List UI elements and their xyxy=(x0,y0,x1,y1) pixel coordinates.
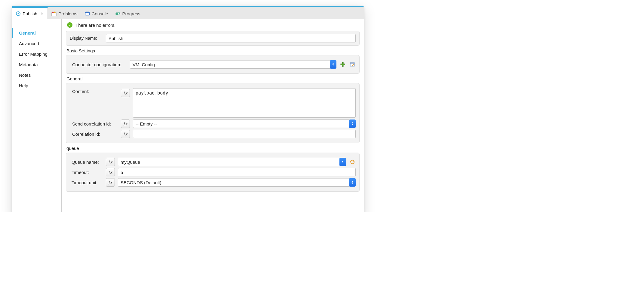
expression-button[interactable]: ƒx xyxy=(106,158,115,166)
svg-rect-3 xyxy=(52,13,56,16)
sidebar-item-advanced[interactable]: Advanced xyxy=(12,38,61,49)
display-name-row: Display Name: xyxy=(66,31,360,46)
sidebar-item-label: Error Mapping xyxy=(19,51,48,57)
svg-point-4 xyxy=(52,11,54,13)
sidebar-item-general[interactable]: General xyxy=(12,28,61,38)
select-toggle-icon[interactable]: ▼ xyxy=(339,158,346,166)
correlation-id-label: Correlation id: xyxy=(70,132,118,137)
svg-point-1 xyxy=(18,13,19,14)
content-input[interactable] xyxy=(133,88,356,118)
progress-icon xyxy=(115,11,121,16)
main-split: General Advanced Error Mapping Metadata … xyxy=(12,19,364,212)
add-config-button[interactable] xyxy=(339,61,346,68)
queue-name-label: Queue name: xyxy=(70,160,103,165)
timeout-unit-value[interactable] xyxy=(118,178,350,187)
send-correlation-label: Send correlation id: xyxy=(70,121,118,126)
console-icon xyxy=(85,11,90,16)
problems-icon xyxy=(51,11,57,16)
send-correlation-select[interactable]: ▲▼ xyxy=(133,119,356,128)
tab-label: Console xyxy=(92,11,108,16)
svg-marker-16 xyxy=(350,162,351,163)
general-group: General Content: ƒx Send correlation id:… xyxy=(66,76,360,143)
svg-point-5 xyxy=(54,11,56,13)
select-toggle-icon[interactable]: ▲▼ xyxy=(349,119,356,128)
connector-config-value[interactable] xyxy=(130,60,330,69)
close-icon[interactable]: ✕ xyxy=(40,11,44,16)
sidebar: General Advanced Error Mapping Metadata … xyxy=(12,19,62,212)
tab-label: Publish xyxy=(23,11,37,16)
group-label: Basic Settings xyxy=(66,48,360,55)
correlation-id-input[interactable] xyxy=(133,130,356,138)
tab-problems[interactable]: Problems xyxy=(48,8,81,19)
timeout-unit-label: Timeout unit: xyxy=(70,180,103,185)
send-correlation-value[interactable] xyxy=(133,119,350,128)
sidebar-item-label: Help xyxy=(19,83,28,88)
sidebar-item-label: Advanced xyxy=(19,41,39,46)
connector-config-label: Connector configuration: xyxy=(70,62,127,67)
sidebar-item-notes[interactable]: Notes xyxy=(12,70,61,80)
tab-console[interactable]: Console xyxy=(81,8,112,19)
queue-name-select[interactable]: ▼ xyxy=(118,158,346,166)
expression-button[interactable]: ƒx xyxy=(106,168,115,176)
tab-label: Progress xyxy=(122,11,140,16)
expression-button[interactable]: ƒx xyxy=(121,89,130,97)
content-label: Content: xyxy=(70,89,118,94)
tab-publish[interactable]: Publish ✕ xyxy=(12,7,48,19)
queue-name-value[interactable] xyxy=(118,158,340,166)
expression-button[interactable]: ƒx xyxy=(106,178,115,187)
sidebar-item-label: Notes xyxy=(19,73,31,78)
status-row: ✓ There are no errors. xyxy=(66,19,360,31)
refresh-button[interactable] xyxy=(349,159,356,165)
basic-settings-group: Basic Settings Connector configuration: … xyxy=(66,48,360,74)
sidebar-item-help[interactable]: Help xyxy=(12,80,61,91)
svg-rect-7 xyxy=(85,12,89,13)
connector-config-select[interactable]: ▲▼ xyxy=(130,60,336,69)
status-text: There are no errors. xyxy=(75,23,115,28)
content-pane: ✓ There are no errors. Display Name: Bas… xyxy=(62,19,364,212)
svg-rect-12 xyxy=(341,64,345,65)
timeout-input[interactable] xyxy=(118,168,356,176)
sidebar-item-error-mapping[interactable]: Error Mapping xyxy=(12,49,61,59)
sidebar-item-label: Metadata xyxy=(19,62,38,67)
display-name-input[interactable] xyxy=(106,34,356,42)
tab-progress[interactable]: Progress xyxy=(112,8,144,19)
select-toggle-icon[interactable]: ▲▼ xyxy=(349,178,356,187)
expression-button[interactable]: ƒx xyxy=(121,130,130,138)
tab-bar: Publish ✕ Problems Console Progress xyxy=(12,6,364,19)
sidebar-item-label: General xyxy=(19,30,36,36)
publish-icon xyxy=(16,11,21,16)
sidebar-item-metadata[interactable]: Metadata xyxy=(12,59,61,70)
expression-button[interactable]: ƒx xyxy=(121,119,130,128)
select-toggle-icon[interactable]: ▲▼ xyxy=(330,60,336,69)
queue-group: queue Queue name: ƒx ▼ Tim xyxy=(66,145,360,192)
group-label: queue xyxy=(66,145,360,153)
edit-config-button[interactable] xyxy=(349,61,356,68)
display-name-label: Display Name: xyxy=(70,36,103,41)
ok-icon: ✓ xyxy=(67,22,72,28)
timeout-unit-select[interactable]: ▲▼ xyxy=(118,178,356,187)
editor-window: Publish ✕ Problems Console Progress Gene… xyxy=(12,6,364,212)
timeout-label: Timeout: xyxy=(70,170,103,175)
group-label: General xyxy=(66,76,360,83)
svg-rect-9 xyxy=(116,13,118,15)
tab-label: Problems xyxy=(58,11,77,16)
